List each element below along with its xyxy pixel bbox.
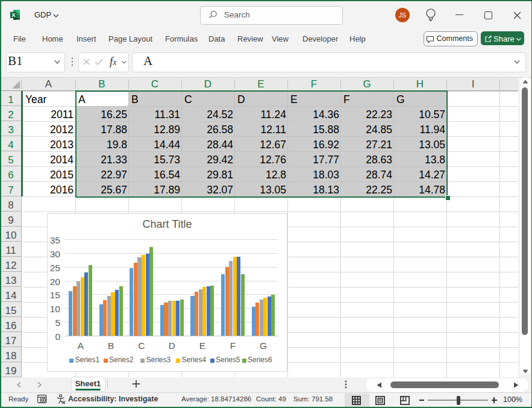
svg-text:X: X xyxy=(11,11,16,18)
